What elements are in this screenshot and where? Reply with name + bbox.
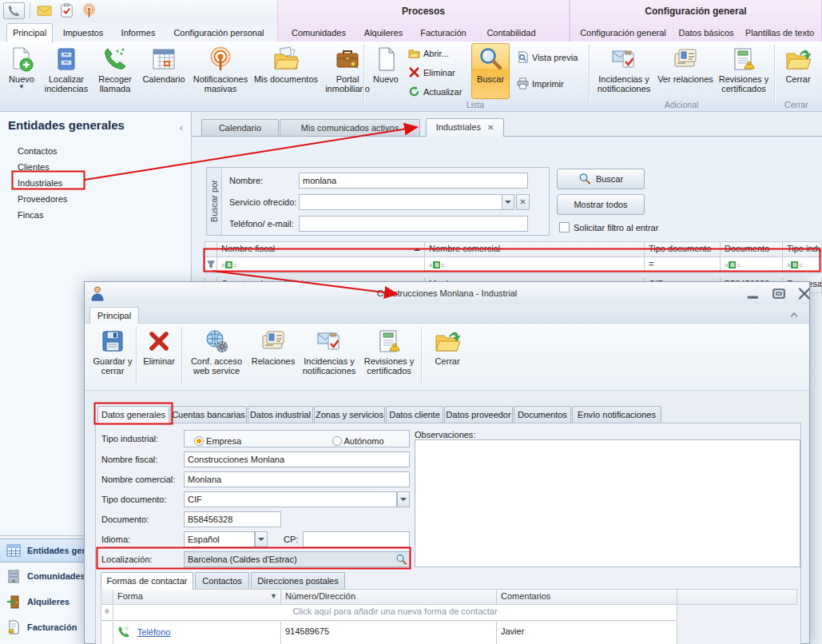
recoger-llamada-button[interactable]: Recoger llamada [93, 43, 137, 99]
mostrar-todos-button[interactable]: Mostrar todos [557, 194, 645, 215]
calendario-button[interactable]: Calendario [139, 43, 189, 99]
form-tab-documentos[interactable]: Documentos [514, 406, 571, 423]
quick-phone-button[interactable] [3, 2, 25, 19]
sidebar-collapse-icon[interactable]: ‹ [180, 121, 183, 133]
sidebar-item-fincas[interactable]: Fincas [18, 208, 43, 222]
contact-cell-forma[interactable]: Teléfono [113, 622, 281, 644]
contact-col-numero[interactable]: Número/Dirección [281, 589, 497, 605]
ribbon-tab-principal[interactable]: Principal [6, 23, 53, 42]
form-tab-datos-industrial[interactable]: Datos industrial [248, 406, 313, 423]
broadcast-icon[interactable] [81, 3, 97, 18]
observaciones-textarea[interactable] [415, 439, 800, 567]
form-tab-envio-notificaciones[interactable]: Envío notificaciones [572, 406, 661, 423]
actualizar-button[interactable]: Actualizar [406, 83, 473, 100]
radio-empresa[interactable]: Empresa [194, 434, 241, 447]
doc-tab-calendario[interactable]: Calendario [201, 119, 279, 136]
cerrar-dialog-button[interactable]: Cerrar [426, 325, 469, 381]
relaciones-button[interactable]: Relaciones [248, 325, 298, 381]
documento-input[interactable]: B58456328 [184, 511, 281, 527]
form-tab-datos-generales[interactable]: Datos generales [97, 406, 169, 423]
contact-cell-comentarios[interactable]: Javier [497, 622, 677, 644]
incidencias-notificaciones-button[interactable]: Incidencias y notificaciones [593, 43, 655, 99]
doc-tab-comunicados[interactable]: Mis comunicados activos [280, 119, 420, 136]
ribbon-tab-config-personal[interactable]: Configuración personal [166, 24, 272, 42]
sidebar-item-contactos[interactable]: Contactos [18, 144, 58, 158]
ribbon-tab-facturacion[interactable]: Facturación [414, 25, 473, 41]
close-icon[interactable] [796, 288, 813, 300]
minimize-icon[interactable] [745, 288, 762, 300]
sidebar-item-clientes[interactable]: Clientes [18, 160, 50, 174]
revisiones-dialog-button[interactable]: Revisiones y certificados [360, 325, 418, 381]
vista-previa-button[interactable]: Vista previa [514, 49, 593, 66]
ribbon-tab-configuracion-general[interactable]: Configuración general [577, 25, 669, 41]
telefono-input[interactable] [299, 216, 528, 232]
col-tipo-documento[interactable]: Tipo documento [645, 241, 721, 257]
servicio-dropdown-button[interactable] [502, 194, 514, 210]
nombre-input[interactable]: monlana [299, 173, 528, 189]
ver-relaciones-button[interactable]: Ver relaciones [657, 43, 714, 99]
buscar-button[interactable]: Buscar [471, 43, 510, 99]
ribbon-tab-alquileres[interactable]: Alquileres [358, 25, 409, 41]
incidencias-dialog-button[interactable]: Incidencias y notificaciones [300, 325, 359, 381]
mail-icon[interactable] [37, 3, 52, 18]
form-tab-datos-proveedor[interactable]: Datos proveedor [444, 406, 513, 423]
notificaciones-masivas-button[interactable]: Notificaciones masivas [190, 43, 251, 99]
filter-nombre-fiscal[interactable]: aBc [217, 257, 425, 273]
nombre-comercial-input[interactable]: Monlana [184, 471, 410, 487]
servicio-clear-button[interactable]: ✕ [516, 194, 530, 210]
col-nombre-comercial[interactable]: Nombre comercial [425, 241, 645, 257]
conf-acceso-web-button[interactable]: Conf. acceso web service [186, 325, 247, 381]
buscar-search-button[interactable]: Buscar [557, 169, 645, 189]
form-tab-zonas-servicios[interactable]: Zonas y servicios [314, 406, 385, 423]
abrir-button[interactable]: Abrir... [406, 45, 470, 62]
lookup-icon[interactable] [395, 554, 407, 566]
ribbon-tab-contabilidad[interactable]: Contabilidad [478, 25, 545, 41]
tasks-icon[interactable] [59, 3, 74, 18]
nuevo-button[interactable]: Nuevo▼ [3, 43, 40, 99]
guardar-cerrar-button[interactable]: Guardar y cerrar [91, 325, 134, 381]
restore-icon[interactable] [770, 288, 788, 300]
cp-input[interactable] [303, 531, 410, 547]
telefono-link[interactable]: Teléfono [137, 627, 171, 637]
mis-documentos-button[interactable]: Mis documentos [252, 43, 320, 99]
dialog-tab-principal[interactable]: Principal [89, 307, 139, 324]
new-row-cell[interactable]: Click aquí para añadir una nueva forma d… [113, 605, 677, 621]
col-documento[interactable]: Documento [721, 241, 783, 257]
tipo-documento-combo[interactable]: CIF [184, 491, 397, 507]
portal-inmobiliario-button[interactable]: Portal inmobiliario [321, 43, 374, 99]
nombre-fiscal-input[interactable]: Construcciones Monlana [184, 451, 410, 467]
tipo-documento-dropdown-button[interactable] [397, 491, 410, 507]
radio-autonomo[interactable]: Autónomo [332, 434, 384, 447]
contact-col-comentarios[interactable]: Comentarios [497, 589, 677, 605]
sidebar-item-proveedores[interactable]: Proveedores [18, 192, 67, 206]
col-tipo-industrial[interactable]: Tipo indust [783, 241, 822, 257]
ribbon-tab-plantillas[interactable]: Plantillas de texto [740, 25, 820, 41]
nuevo-lista-button[interactable]: Nuevo [367, 43, 404, 99]
ribbon-tab-impuestos[interactable]: Impuestos [56, 24, 110, 42]
ribbon-tab-informes[interactable]: Informes [113, 24, 163, 42]
filter-tipo-documento[interactable]: = [645, 257, 721, 273]
filter-documento[interactable]: aBc [721, 257, 783, 273]
revisiones-certificados-button[interactable]: Revisiones y certificados [714, 43, 773, 99]
cerrar-button[interactable]: Cerrar [776, 43, 820, 99]
idioma-dropdown-button[interactable] [255, 531, 268, 547]
imprimir-button[interactable]: Imprimir [514, 75, 593, 92]
servicio-input[interactable] [299, 194, 502, 210]
chevron-up-icon[interactable] [789, 312, 799, 318]
doc-tab-industriales[interactable]: Industriales✕ [426, 118, 504, 137]
contact-tab-contactos[interactable]: Contactos [195, 572, 249, 589]
contact-cell-numero[interactable]: 914589675 [281, 622, 497, 644]
eliminar-dialog-button[interactable]: Eliminar [139, 325, 179, 381]
solicitar-filtro-checkbox[interactable] [559, 222, 570, 233]
column-dropdown-icon[interactable]: ▼ [270, 592, 277, 600]
close-tab-icon[interactable]: ✕ [487, 123, 494, 132]
col-nombre-fiscal[interactable]: Nombre fiscal [217, 241, 425, 257]
contact-tab-formas[interactable]: Formas de contactar [101, 572, 193, 590]
idioma-combo[interactable]: Español [184, 531, 255, 547]
ribbon-tab-datos-basicos[interactable]: Datos básicos [674, 25, 738, 41]
eliminar-button[interactable]: Eliminar [406, 64, 470, 81]
localizar-incidencias-button[interactable]: Localizar incidencias [42, 43, 91, 99]
localizacion-input[interactable]: Barcelona (Caldes d'Estrac) [184, 551, 410, 567]
filter-nombre-comercial[interactable]: aBc [425, 257, 645, 273]
form-tab-cuentas-bancarias[interactable]: Cuentas bancarias [170, 406, 247, 423]
